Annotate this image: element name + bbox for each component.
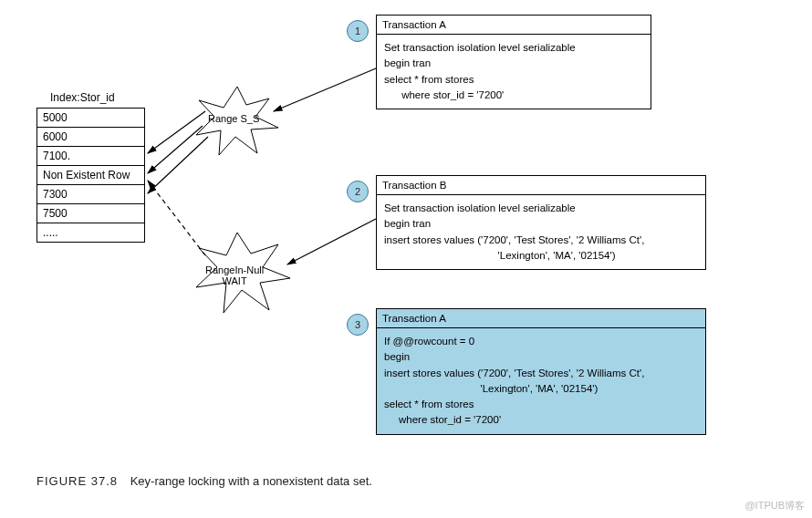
figure-text: Key-range locking with a nonexistent dat…	[130, 474, 372, 488]
table-row: 6000	[37, 128, 144, 147]
table-row: 7100.	[37, 147, 144, 166]
table-row: 5000	[37, 109, 144, 128]
transaction-c-body: If @@rowcount = 0 begin insert stores va…	[377, 328, 705, 434]
svg-line-4	[148, 111, 205, 153]
table-row: Non Existent Row	[37, 166, 144, 185]
transaction-a-box: Transaction A Set transaction isolation …	[376, 15, 651, 109]
index-table: 5000 6000 7100. Non Existent Row 7300 75…	[36, 108, 145, 243]
svg-line-6	[148, 137, 208, 193]
watermark: @ITPUB博客	[744, 499, 805, 513]
svg-line-2	[274, 68, 376, 111]
transaction-b-body: Set transaction isolation level serializ…	[377, 195, 705, 269]
burst-label-rangein-null: RangeIn-Null WAIT	[205, 264, 264, 286]
table-row: 7500	[37, 204, 144, 223]
burst-label-range-ss: Range S_S	[208, 113, 259, 124]
step-3-badge: 3	[347, 314, 369, 336]
transaction-b-box: Transaction B Set transaction isolation …	[376, 175, 706, 270]
index-header: Index:Stor_id	[50, 91, 115, 104]
step-2-badge: 2	[347, 181, 369, 202]
transaction-a-body: Set transaction isolation level serializ…	[377, 35, 651, 109]
transaction-a-header: Transaction A	[377, 16, 651, 35]
transaction-b-header: Transaction B	[377, 176, 705, 195]
table-row: 7300	[37, 185, 144, 204]
svg-line-7	[148, 181, 205, 255]
table-row: .....	[37, 223, 144, 242]
step-1-badge: 1	[347, 20, 369, 42]
svg-line-3	[287, 219, 376, 264]
transaction-c-header: Transaction A	[377, 309, 705, 328]
figure-number: FIGURE 37.8	[36, 474, 118, 488]
figure-caption: FIGURE 37.8 Key-range locking with a non…	[36, 474, 372, 488]
svg-line-5	[148, 126, 203, 173]
transaction-c-box: Transaction A If @@rowcount = 0 begin in…	[376, 308, 706, 435]
